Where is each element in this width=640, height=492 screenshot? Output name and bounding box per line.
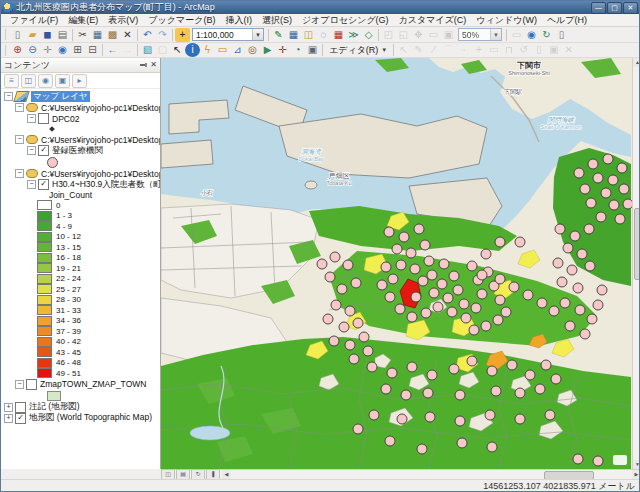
layer-label[interactable]: DPC02 bbox=[52, 114, 79, 124]
legend-class-row[interactable]: 1 - 3 bbox=[1, 211, 160, 222]
layer-row-zmap[interactable]: − ZmapTOWN_ZMAP_TOWN bbox=[1, 379, 160, 390]
layer-row-dpc02[interactable]: − DPC02 bbox=[1, 113, 160, 124]
medical-institution-marker[interactable] bbox=[421, 308, 431, 318]
chevron-down-icon[interactable]: ▼ bbox=[490, 29, 501, 40]
medical-institution-marker[interactable] bbox=[447, 307, 457, 317]
layer-row-institutions[interactable]: − ✓ 登録医療機関 bbox=[1, 145, 160, 156]
select-features-icon[interactable]: ▧ bbox=[140, 43, 155, 57]
medical-institution-marker[interactable] bbox=[593, 300, 603, 310]
menu-item-2[interactable]: 表示(V) bbox=[103, 14, 143, 27]
pause-drawing-icon[interactable]: ▯ bbox=[554, 28, 569, 42]
collapse-icon[interactable]: − bbox=[15, 135, 24, 144]
gdb-path-row[interactable]: − C:¥Users¥iryojoho-pc1¥Desktop¥ArcGIS bbox=[1, 102, 160, 113]
list-by-selection-icon[interactable]: ▣ bbox=[55, 74, 70, 88]
select-elements-icon[interactable]: ↖ bbox=[170, 43, 185, 57]
legend-class-row[interactable]: 4 - 9 bbox=[1, 221, 160, 232]
medical-institution-marker[interactable] bbox=[349, 354, 359, 364]
medical-institution-marker[interactable] bbox=[443, 293, 453, 303]
medical-institution-marker[interactable] bbox=[411, 292, 421, 302]
medical-institution-marker[interactable] bbox=[507, 360, 517, 370]
medical-institution-marker[interactable] bbox=[387, 368, 397, 378]
menu-item-4[interactable]: 挿入(I) bbox=[220, 14, 257, 27]
medical-institution-marker[interactable] bbox=[329, 336, 339, 346]
print-icon[interactable]: ▤ bbox=[55, 28, 70, 42]
legend-class-row[interactable]: 0 bbox=[1, 200, 160, 211]
medical-institution-marker[interactable] bbox=[608, 175, 618, 185]
medical-institution-marker[interactable] bbox=[609, 200, 619, 210]
medical-institution-marker[interactable] bbox=[593, 456, 603, 466]
save-icon[interactable]: ◼ bbox=[40, 28, 55, 42]
medical-institution-marker[interactable] bbox=[469, 325, 479, 335]
medical-institution-marker[interactable] bbox=[323, 314, 333, 324]
medical-institution-marker[interactable] bbox=[584, 224, 594, 234]
layer-row-topo[interactable]: + ✓ 地形図 (World Topographic Map) bbox=[1, 413, 160, 424]
medical-institution-marker[interactable] bbox=[384, 227, 394, 237]
menu-item-7[interactable]: カスタマイズ(C) bbox=[394, 14, 472, 27]
pin-icon[interactable] bbox=[139, 61, 147, 69]
zoom-out-icon[interactable]: ⊖ bbox=[25, 43, 40, 57]
medical-institution-marker[interactable] bbox=[487, 442, 497, 452]
medical-institution-marker[interactable] bbox=[337, 284, 347, 294]
medical-institution-marker[interactable] bbox=[429, 288, 439, 298]
medical-institution-marker[interactable] bbox=[427, 270, 437, 280]
medical-institution-marker[interactable] bbox=[515, 388, 525, 398]
medical-institution-marker[interactable] bbox=[449, 271, 459, 281]
modelbuilder-icon[interactable]: ◇ bbox=[361, 28, 376, 42]
medical-institution-marker[interactable] bbox=[369, 410, 379, 420]
collapse-icon[interactable]: − bbox=[15, 380, 24, 389]
medical-institution-marker[interactable] bbox=[367, 362, 377, 372]
legend-class-row[interactable]: 13 - 15 bbox=[1, 242, 160, 253]
medical-institution-marker[interactable] bbox=[399, 232, 409, 242]
legend-class-row[interactable]: 43 - 45 bbox=[1, 347, 160, 358]
medical-institution-marker[interactable] bbox=[495, 295, 505, 305]
chevron-down-icon[interactable]: ▼ bbox=[252, 29, 263, 40]
medical-institution-marker[interactable] bbox=[330, 252, 340, 262]
medical-institution-marker[interactable] bbox=[623, 199, 632, 209]
medical-institution-marker[interactable] bbox=[577, 249, 587, 259]
medical-institution-marker[interactable] bbox=[353, 318, 363, 328]
medical-institution-marker[interactable] bbox=[545, 410, 555, 420]
medical-institution-marker[interactable] bbox=[433, 302, 443, 312]
medical-institution-marker[interactable] bbox=[377, 280, 387, 290]
layer-row-annotation[interactable]: + 注記 (地形図) bbox=[1, 402, 160, 413]
medical-institution-marker[interactable] bbox=[495, 237, 505, 247]
html-popup-icon[interactable]: ▭ bbox=[215, 43, 230, 57]
medical-institution-marker[interactable] bbox=[523, 290, 533, 300]
redo-icon[interactable]: ↷ bbox=[155, 28, 170, 42]
medical-institution-marker[interactable] bbox=[603, 154, 613, 164]
layer-checkbox[interactable]: ✓ bbox=[38, 145, 49, 156]
legend-class-row[interactable]: 25 - 27 bbox=[1, 284, 160, 295]
title-bar[interactable]: 北九州医療圏内患者分布マップ(町丁目) - ArcMap — ▢ ✕ bbox=[1, 1, 640, 14]
collapse-icon[interactable]: − bbox=[4, 92, 13, 101]
viewer-window-icon[interactable]: ▣ bbox=[305, 43, 320, 57]
legend-class-row[interactable]: 10 - 12 bbox=[1, 232, 160, 243]
medical-institution-marker[interactable] bbox=[586, 198, 596, 208]
medical-institution-marker[interactable] bbox=[515, 237, 525, 247]
medical-institution-marker[interactable] bbox=[427, 370, 437, 380]
table-of-contents-icon[interactable]: ▦ bbox=[286, 28, 301, 42]
layout-zoom-combo[interactable]: 50% ▼ bbox=[458, 28, 502, 41]
fixed-zoom-out-icon[interactable]: ⊟ bbox=[85, 43, 100, 57]
menu-item-9[interactable]: ヘルプ(H) bbox=[542, 14, 592, 27]
toc-options-icon[interactable]: ▸ bbox=[72, 74, 87, 88]
find-route-icon[interactable]: ▶ bbox=[260, 43, 275, 57]
medical-institution-marker[interactable] bbox=[481, 321, 491, 331]
collapse-icon[interactable]: − bbox=[27, 180, 36, 189]
collapse-icon[interactable]: − bbox=[27, 146, 36, 155]
layer-label[interactable]: 注記 (地形図) bbox=[29, 402, 80, 413]
layer-checkbox[interactable]: ✓ bbox=[38, 179, 49, 190]
hyperlink-icon[interactable]: ϟ bbox=[200, 43, 215, 57]
map-vertical-scrollbar[interactable]: ▲ ▼ bbox=[632, 58, 640, 469]
medical-institution-marker[interactable] bbox=[587, 314, 597, 324]
medical-institution-marker[interactable] bbox=[575, 305, 585, 315]
scroll-right-icon[interactable]: ▶ bbox=[632, 470, 640, 479]
collapse-icon[interactable]: − bbox=[15, 103, 24, 112]
scroll-down-icon[interactable]: ▼ bbox=[633, 460, 640, 469]
layer-checkbox[interactable]: ✓ bbox=[15, 413, 26, 424]
medical-institution-marker[interactable] bbox=[477, 289, 487, 299]
full-extent-icon[interactable]: ◉ bbox=[55, 43, 70, 57]
legend-class-row[interactable]: 40 - 42 bbox=[1, 337, 160, 348]
delete-icon[interactable]: ✕ bbox=[120, 28, 135, 42]
medical-institution-marker[interactable] bbox=[351, 278, 361, 288]
medical-institution-marker[interactable] bbox=[593, 173, 603, 183]
